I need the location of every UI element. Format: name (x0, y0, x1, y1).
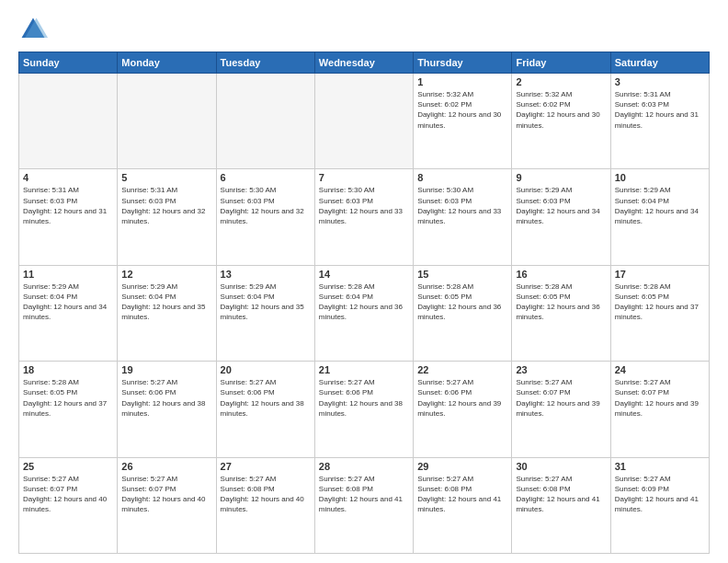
day-number: 28 (319, 461, 409, 472)
day-info: Sunrise: 5:27 AMSunset: 6:06 PMDaylight:… (417, 377, 507, 419)
day-number: 5 (121, 172, 211, 183)
day-info: Sunrise: 5:29 AMSunset: 6:03 PMDaylight:… (516, 185, 606, 226)
day-cell (19, 74, 118, 169)
day-number: 17 (615, 269, 705, 280)
day-number: 7 (319, 172, 409, 183)
day-info: Sunrise: 5:27 AMSunset: 6:07 PMDaylight:… (23, 474, 113, 515)
day-info: Sunrise: 5:27 AMSunset: 6:06 PMDaylight:… (221, 377, 311, 419)
day-number: 27 (221, 461, 311, 472)
day-cell: 6Sunrise: 5:30 AMSunset: 6:03 PMDaylight… (216, 169, 314, 265)
day-cell: 25Sunrise: 5:27 AMSunset: 6:07 PMDayligh… (19, 457, 118, 553)
day-cell: 26Sunrise: 5:27 AMSunset: 6:07 PMDayligh… (118, 457, 216, 553)
calendar: SundayMondayTuesdayWednesdayThursdayFrid… (18, 52, 710, 554)
day-number: 25 (23, 461, 113, 472)
week-row-5: 25Sunrise: 5:27 AMSunset: 6:07 PMDayligh… (19, 457, 710, 553)
day-number: 21 (319, 364, 409, 375)
week-row-3: 11Sunrise: 5:29 AMSunset: 6:04 PMDayligh… (19, 265, 710, 361)
day-info: Sunrise: 5:30 AMSunset: 6:03 PMDaylight:… (417, 185, 507, 226)
day-info: Sunrise: 5:29 AMSunset: 6:04 PMDaylight:… (23, 282, 113, 323)
day-info: Sunrise: 5:31 AMSunset: 6:03 PMDaylight:… (121, 185, 211, 226)
day-number: 1 (417, 76, 507, 87)
day-cell: 19Sunrise: 5:27 AMSunset: 6:06 PMDayligh… (118, 362, 216, 457)
day-header-sunday: Sunday (19, 52, 118, 74)
day-number: 20 (221, 364, 311, 375)
day-cell (314, 74, 413, 169)
day-info: Sunrise: 5:28 AMSunset: 6:04 PMDaylight:… (319, 282, 409, 323)
day-cell: 22Sunrise: 5:27 AMSunset: 6:06 PMDayligh… (414, 362, 512, 457)
day-cell: 30Sunrise: 5:27 AMSunset: 6:08 PMDayligh… (512, 457, 610, 553)
day-info: Sunrise: 5:30 AMSunset: 6:03 PMDaylight:… (221, 185, 311, 226)
day-header-monday: Monday (118, 52, 216, 74)
day-cell: 28Sunrise: 5:27 AMSunset: 6:08 PMDayligh… (314, 457, 413, 553)
day-info: Sunrise: 5:28 AMSunset: 6:05 PMDaylight:… (615, 282, 705, 323)
calendar-header: SundayMondayTuesdayWednesdayThursdayFrid… (19, 52, 710, 74)
day-number: 16 (516, 269, 606, 280)
day-header-saturday: Saturday (610, 52, 709, 74)
day-info: Sunrise: 5:28 AMSunset: 6:05 PMDaylight:… (417, 282, 507, 323)
day-number: 3 (615, 76, 705, 87)
day-info: Sunrise: 5:27 AMSunset: 6:07 PMDaylight:… (615, 377, 705, 419)
day-number: 11 (23, 269, 113, 280)
day-number: 31 (615, 461, 705, 472)
day-info: Sunrise: 5:27 AMSunset: 6:08 PMDaylight:… (319, 474, 409, 515)
day-cell: 15Sunrise: 5:28 AMSunset: 6:05 PMDayligh… (414, 265, 512, 361)
day-cell: 9Sunrise: 5:29 AMSunset: 6:03 PMDaylight… (512, 169, 610, 265)
day-cell: 18Sunrise: 5:28 AMSunset: 6:05 PMDayligh… (19, 362, 118, 457)
day-number: 13 (221, 269, 311, 280)
day-cell: 29Sunrise: 5:27 AMSunset: 6:08 PMDayligh… (414, 457, 512, 553)
day-cell: 12Sunrise: 5:29 AMSunset: 6:04 PMDayligh… (118, 265, 216, 361)
day-info: Sunrise: 5:28 AMSunset: 6:05 PMDaylight:… (516, 282, 606, 323)
day-cell: 17Sunrise: 5:28 AMSunset: 6:05 PMDayligh… (610, 265, 709, 361)
page: SundayMondayTuesdayWednesdayThursdayFrid… (0, 0, 728, 563)
day-number: 26 (121, 461, 211, 472)
day-info: Sunrise: 5:32 AMSunset: 6:02 PMDaylight:… (516, 89, 606, 131)
day-number: 8 (417, 172, 507, 183)
day-number: 12 (121, 269, 211, 280)
day-number: 23 (516, 364, 606, 375)
day-info: Sunrise: 5:29 AMSunset: 6:04 PMDaylight:… (221, 282, 311, 323)
day-header-tuesday: Tuesday (216, 52, 314, 74)
day-cell: 8Sunrise: 5:30 AMSunset: 6:03 PMDaylight… (414, 169, 512, 265)
day-number: 15 (417, 269, 507, 280)
day-cell: 31Sunrise: 5:27 AMSunset: 6:09 PMDayligh… (610, 457, 709, 553)
day-header-friday: Friday (512, 52, 610, 74)
day-number: 2 (516, 76, 606, 87)
header-row: SundayMondayTuesdayWednesdayThursdayFrid… (19, 52, 710, 74)
day-cell: 21Sunrise: 5:27 AMSunset: 6:06 PMDayligh… (314, 362, 413, 457)
day-info: Sunrise: 5:27 AMSunset: 6:06 PMDaylight:… (121, 377, 211, 419)
day-info: Sunrise: 5:28 AMSunset: 6:05 PMDaylight:… (23, 377, 113, 419)
day-cell: 7Sunrise: 5:30 AMSunset: 6:03 PMDaylight… (314, 169, 413, 265)
day-number: 14 (319, 269, 409, 280)
day-number: 18 (23, 364, 113, 375)
day-info: Sunrise: 5:27 AMSunset: 6:07 PMDaylight:… (516, 377, 606, 419)
day-info: Sunrise: 5:27 AMSunset: 6:08 PMDaylight:… (417, 474, 507, 515)
day-cell: 27Sunrise: 5:27 AMSunset: 6:08 PMDayligh… (216, 457, 314, 553)
week-row-4: 18Sunrise: 5:28 AMSunset: 6:05 PMDayligh… (19, 362, 710, 457)
logo (18, 15, 51, 44)
day-number: 6 (221, 172, 311, 183)
day-info: Sunrise: 5:31 AMSunset: 6:03 PMDaylight:… (23, 185, 113, 226)
day-cell: 3Sunrise: 5:31 AMSunset: 6:03 PMDaylight… (610, 74, 709, 169)
day-header-wednesday: Wednesday (314, 52, 413, 74)
day-cell: 23Sunrise: 5:27 AMSunset: 6:07 PMDayligh… (512, 362, 610, 457)
header (18, 15, 710, 44)
day-info: Sunrise: 5:27 AMSunset: 6:06 PMDaylight:… (319, 377, 409, 419)
logo-icon (18, 15, 48, 44)
day-cell: 13Sunrise: 5:29 AMSunset: 6:04 PMDayligh… (216, 265, 314, 361)
day-cell: 24Sunrise: 5:27 AMSunset: 6:07 PMDayligh… (610, 362, 709, 457)
calendar-body: 1Sunrise: 5:32 AMSunset: 6:02 PMDaylight… (19, 74, 710, 554)
day-number: 24 (615, 364, 705, 375)
day-cell: 1Sunrise: 5:32 AMSunset: 6:02 PMDaylight… (414, 74, 512, 169)
day-cell (118, 74, 216, 169)
day-header-thursday: Thursday (414, 52, 512, 74)
day-info: Sunrise: 5:29 AMSunset: 6:04 PMDaylight:… (121, 282, 211, 323)
day-info: Sunrise: 5:27 AMSunset: 6:09 PMDaylight:… (615, 474, 705, 515)
day-info: Sunrise: 5:27 AMSunset: 6:08 PMDaylight:… (516, 474, 606, 515)
day-cell: 14Sunrise: 5:28 AMSunset: 6:04 PMDayligh… (314, 265, 413, 361)
week-row-2: 4Sunrise: 5:31 AMSunset: 6:03 PMDaylight… (19, 169, 710, 265)
day-number: 4 (23, 172, 113, 183)
day-info: Sunrise: 5:31 AMSunset: 6:03 PMDaylight:… (615, 89, 705, 131)
day-number: 10 (615, 172, 705, 183)
day-number: 9 (516, 172, 606, 183)
day-cell: 2Sunrise: 5:32 AMSunset: 6:02 PMDaylight… (512, 74, 610, 169)
